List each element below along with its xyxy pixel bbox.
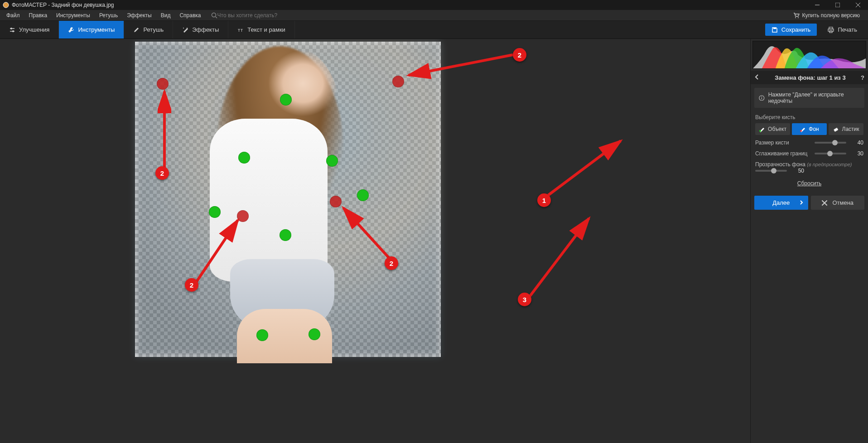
app-icon [3, 2, 9, 8]
hint-text: Нажмите "Далее" и исправьте недочёты [768, 91, 860, 104]
slider-smooth-track[interactable] [815, 153, 846, 154]
brush-row: Объект Фон Ластик [755, 123, 863, 135]
svg-line-26 [529, 218, 589, 297]
save-button[interactable]: Сохранить [765, 24, 817, 36]
object-marker[interactable] [238, 152, 250, 164]
sliders-icon [9, 27, 15, 33]
slider-smooth-value: 30 [850, 150, 863, 157]
reset-link[interactable]: Сбросить [755, 180, 863, 187]
workarea: 1 2 2 2 2 3 [0, 39, 868, 443]
choose-brush-label: Выберите кисть [755, 114, 863, 120]
tab-effects[interactable]: Эффекты [173, 21, 228, 39]
panel-title: Замена фона: шаг 1 из 3 [762, 74, 858, 81]
menu-effects[interactable]: Эффекты [122, 10, 156, 21]
slider-size-label: Размер кисти [755, 140, 815, 146]
app-name: ФотоМАСТЕР [12, 2, 47, 8]
object-marker[interactable] [280, 94, 292, 106]
brush-green-icon [759, 126, 765, 132]
callout-2: 2 [385, 256, 398, 270]
menu-retouch[interactable]: Ретушь [95, 10, 122, 21]
canvas-zone[interactable]: 1 2 2 2 2 3 [0, 39, 750, 443]
tab-retouch[interactable]: Ретушь [124, 21, 173, 39]
print-label: Печать [838, 26, 857, 33]
callout-2: 2 [155, 166, 169, 180]
next-button[interactable]: Далее [754, 196, 808, 210]
svg-rect-2 [835, 3, 840, 7]
help-button[interactable]: ? [861, 74, 864, 81]
search-input[interactable] [217, 12, 308, 19]
chevron-right-icon [799, 199, 804, 206]
cancel-button[interactable]: Отмена [811, 196, 865, 210]
callout-2: 2 [185, 278, 198, 292]
callout-2: 2 [513, 48, 526, 62]
next-label: Далее [772, 199, 790, 206]
svg-rect-32 [834, 128, 838, 131]
slider-size-track[interactable] [815, 142, 846, 144]
buy-full-button[interactable]: Купить полную версию [793, 12, 866, 19]
slider-opacity-hint: (в предпросмотре) [807, 162, 852, 167]
svg-point-29 [761, 96, 762, 97]
file-name: Задний фон девушка.jpg [52, 2, 114, 8]
back-button[interactable] [754, 73, 760, 82]
brush-red-icon [800, 126, 806, 132]
bg-marker[interactable] [392, 76, 404, 87]
arrow-3 [526, 215, 593, 301]
brush-eraser-label: Ластик [842, 126, 859, 132]
info-icon [759, 95, 765, 101]
slider-opacity-track[interactable] [755, 170, 787, 172]
object-marker[interactable] [357, 189, 369, 201]
object-marker[interactable] [280, 229, 291, 241]
svg-rect-17 [773, 28, 776, 29]
bg-marker[interactable] [237, 210, 249, 222]
svg-point-12 [12, 30, 14, 32]
minimize-button[interactable] [807, 0, 827, 10]
panel-header: Замена фона: шаг 1 из 3 ? [751, 71, 868, 84]
tab-retouch-label: Ретушь [143, 26, 164, 33]
tab-effects-label: Эффекты [192, 26, 219, 33]
object-marker[interactable] [256, 329, 268, 341]
menu-tools[interactable]: Инструменты [52, 10, 95, 21]
menu-help[interactable]: Справка [175, 10, 205, 21]
tab-text[interactable]: тт Текст и рамки [228, 21, 295, 39]
svg-line-6 [216, 17, 217, 18]
svg-point-5 [212, 13, 216, 17]
print-button[interactable]: Печать [821, 24, 863, 36]
slider-size: Размер кисти 40 [755, 140, 863, 146]
histogram[interactable] [752, 41, 866, 69]
brush-icon [133, 27, 140, 33]
tab-enhance[interactable]: Улучшения [0, 21, 59, 39]
svg-point-30 [759, 130, 761, 132]
bg-marker[interactable] [330, 196, 342, 207]
toolbar-right: Сохранить Печать [765, 21, 868, 39]
brush-background-button[interactable]: Фон [792, 123, 827, 135]
window-controls [807, 0, 868, 10]
tab-text-label: Текст и рамки [247, 26, 285, 33]
close-button[interactable] [848, 0, 868, 10]
slider-size-value: 40 [850, 140, 863, 146]
main-toolbar: Улучшения Инструменты Ретушь Эффекты тт … [0, 21, 868, 39]
menu-file[interactable]: Файл [2, 10, 24, 21]
object-marker[interactable] [326, 155, 338, 167]
bg-marker[interactable] [157, 78, 169, 90]
svg-point-8 [798, 17, 799, 18]
svg-point-31 [800, 130, 802, 132]
svg-rect-20 [829, 31, 832, 33]
brush-eraser-button[interactable]: Ластик [829, 123, 863, 135]
menubar-search [211, 12, 308, 19]
buy-full-label: Купить полную версию [802, 12, 860, 19]
slider-smooth-label: Сглаживание границ [755, 150, 815, 157]
maximize-button[interactable] [827, 0, 848, 10]
menu-edit[interactable]: Правка [24, 10, 52, 21]
tab-tools[interactable]: Инструменты [59, 21, 124, 39]
svg-line-21 [548, 141, 621, 195]
text-icon: тт [237, 27, 244, 33]
brush-object-button[interactable]: Объект [755, 123, 790, 135]
slider-opacity-label-text: Прозрачность фона [755, 161, 805, 168]
menu-view[interactable]: Вид [156, 10, 175, 21]
slider-opacity-label: Прозрачность фона (в предпросмотре) [755, 161, 863, 168]
object-marker[interactable] [309, 328, 320, 340]
hint-box: Нажмите "Далее" и исправьте недочёты [754, 88, 864, 108]
object-marker[interactable] [209, 206, 221, 218]
slider-opacity: Прозрачность фона (в предпросмотре) 50 [755, 161, 863, 174]
canvas[interactable] [135, 42, 441, 357]
